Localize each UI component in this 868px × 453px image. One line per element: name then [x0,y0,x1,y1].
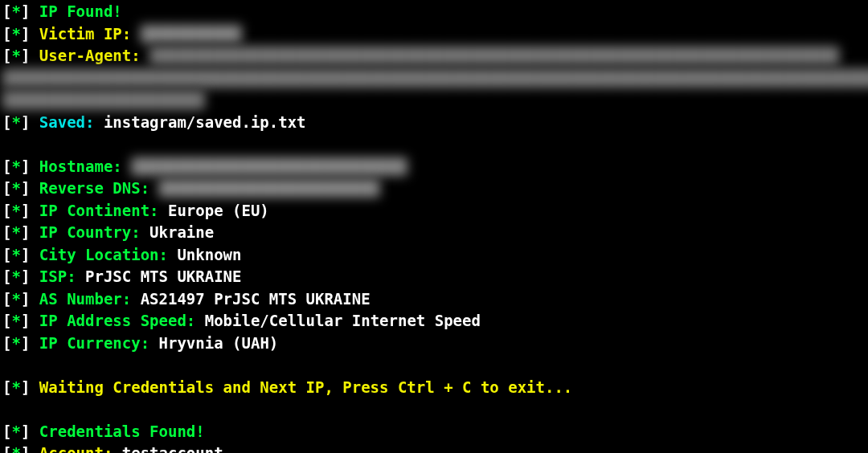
line-ip-speed: [*] IP Address Speed: Mobile/Cellular In… [2,310,868,333]
star-icon: * [11,444,20,453]
star-icon: * [11,267,20,285]
bracket: [ [2,378,11,396]
star-icon: * [11,223,20,241]
line-hostname: [*] Hostname: ██████████████████████████… [2,156,868,178]
ip-continent-label: IP Continent: [39,202,159,219]
city-location-value: Unknown [177,246,241,263]
user-agent-label: User-Agent: [39,47,141,64]
hostname-value-redacted: ██████████████████████████████ [131,157,407,175]
line-as-number: [*] AS Number: AS21497 PrJSC MTS UKRAINE [2,288,868,311]
credentials-found-label: Credentials Found! [39,422,205,440]
star-icon: * [11,179,20,197]
star-icon: * [11,290,20,308]
bracket: ] [21,290,30,308]
isp-label: ISP: [39,267,76,285]
line-user-agent-2: ████████████████████████████████████████… [2,67,868,90]
bracket: [ [2,113,11,131]
user-agent-value-redacted: ████████████████████████████████████████… [2,67,868,90]
victim-ip-label: Victim IP: [39,25,131,43]
reverse-dns-label: Reverse DNS: [39,179,149,197]
star-icon: * [11,334,20,352]
bracket: ] [21,223,30,241]
user-agent-value-redacted: ████████████████████████████████████████… [149,45,839,67]
ip-speed-label: IP Address Speed: [39,312,195,329]
bracket: [ [2,2,11,20]
bracket: ] [21,47,30,64]
bracket: ] [21,334,30,352]
bracket: ] [21,25,30,43]
line-user-agent: [*] User-Agent: ████████████████████████… [2,45,868,67]
bracket: ] [21,202,30,219]
star-icon: * [11,378,20,396]
isp-value: PrJSC MTS UKRAINE [85,267,241,285]
user-agent-value-redacted: ██████████████████████ [2,89,205,112]
star-icon: * [11,157,20,175]
bracket: [ [2,179,11,197]
star-icon: * [11,47,20,64]
line-ip-currency: [*] IP Currency: Hryvnia (UAH) [2,333,868,355]
star-icon: * [11,202,20,219]
saved-ip-value: instagram/saved.ip.txt [104,113,306,131]
bracket: ] [21,444,30,453]
blank-line [2,133,868,156]
line-account: [*] Account: testaccount [2,443,868,453]
reverse-dns-value-redacted: ████████████████████████ [159,179,380,197]
line-reverse-dns: [*] Reverse DNS: ███████████████████████… [2,178,868,200]
bracket: ] [21,378,30,396]
bracket: [ [2,157,11,175]
blank-line [2,398,868,421]
line-waiting: [*] Waiting Credentials and Next IP, Pre… [2,377,868,399]
line-victim-ip: [*] Victim IP: ███████████ [2,23,868,46]
as-number-label: AS Number: [39,290,131,308]
bracket: [ [2,202,11,219]
city-location-label: City Location: [39,246,168,263]
ip-speed-value: Mobile/Cellular Internet Speed [205,312,481,329]
waiting-label: Waiting Credentials and Next IP, Press C… [39,378,572,396]
bracket: ] [21,179,30,197]
ip-found-label: IP Found! [39,2,122,20]
account-label: Account: [39,444,113,453]
bracket: [ [2,334,11,352]
bracket: ] [21,246,30,263]
victim-ip-value-redacted: ███████████ [141,25,242,43]
line-credentials-found: [*] Credentials Found! [2,421,868,443]
line-ip-country: [*] IP Country: Ukraine [2,222,868,244]
ip-continent-value: Europe (EU) [168,202,269,219]
blank-line [2,354,868,377]
saved-label: Saved: [39,113,95,131]
ip-country-label: IP Country: [39,223,141,241]
line-isp: [*] ISP: PrJSC MTS UKRAINE [2,266,868,288]
bracket: [ [2,444,11,453]
ip-country-value: Ukraine [149,223,214,241]
bracket: [ [2,422,11,440]
bracket: ] [21,157,30,175]
star-icon: * [11,422,20,440]
ip-currency-label: IP Currency: [39,334,149,352]
star-icon: * [11,113,20,131]
line-city-location: [*] City Location: Unknown [2,244,868,267]
hostname-label: Hostname: [39,157,122,175]
star-icon: * [11,2,20,20]
line-saved-ip: [*] Saved: instagram/saved.ip.txt [2,112,868,134]
star-icon: * [11,25,20,43]
bracket: ] [21,113,30,131]
line-user-agent-3: ██████████████████████ [2,89,868,112]
bracket: [ [2,25,11,43]
star-icon: * [11,246,20,263]
bracket: ] [21,422,30,440]
bracket: ] [21,267,30,285]
star-icon: * [11,312,20,329]
bracket: ] [21,2,30,20]
bracket: [ [2,290,11,308]
terminal-output: [*] IP Found! [*] Victim IP: ███████████… [0,0,868,453]
as-number-value: AS21497 PrJSC MTS UKRAINE [141,290,371,308]
ip-currency-value: Hryvnia (UAH) [159,334,279,352]
bracket: [ [2,223,11,241]
bracket: ] [21,312,30,329]
bracket: [ [2,267,11,285]
line-ip-continent: [*] IP Continent: Europe (EU) [2,200,868,222]
bracket: [ [2,312,11,329]
line-ip-found: [*] IP Found! [2,1,868,23]
bracket: [ [2,246,11,263]
bracket: [ [2,47,11,64]
